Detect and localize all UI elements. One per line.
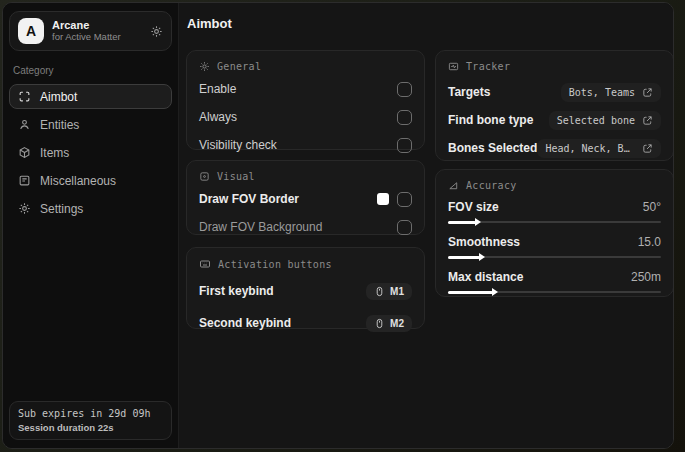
slider-thumb[interactable] bbox=[475, 218, 481, 226]
second-keybind-button[interactable]: M2 bbox=[366, 315, 412, 332]
sidebar-item-miscellaneous[interactable]: Miscellaneous bbox=[9, 168, 172, 193]
find-bone-type-dropdown[interactable]: Selected bone bbox=[549, 111, 661, 130]
setting-row-bones-selected: Bones Selected Head, Neck, Body, Pe.. bbox=[448, 136, 661, 160]
sub-expires-text: Sub expires in 29d 09h bbox=[18, 408, 163, 419]
gear-icon[interactable] bbox=[150, 25, 163, 38]
targets-dropdown[interactable]: Bots, Teams bbox=[561, 83, 661, 102]
angle-triangle-icon bbox=[448, 180, 459, 191]
slider-fill bbox=[448, 256, 480, 259]
crosshair-icon bbox=[18, 90, 31, 103]
keybind-value: M2 bbox=[390, 318, 404, 329]
max-distance-slider-group: Max distance 250m bbox=[448, 270, 661, 296]
panel-list-icon bbox=[18, 174, 31, 187]
setting-label: Find bone type bbox=[448, 113, 533, 127]
setting-row-targets: Targets Bots, Teams bbox=[448, 80, 661, 104]
category-nav: Aimbot Entities Items bbox=[9, 84, 172, 221]
always-checkbox[interactable] bbox=[397, 110, 412, 125]
brand-subtitle: for Active Matter bbox=[52, 32, 142, 43]
gear-icon bbox=[199, 61, 210, 72]
dropdown-value: Head, Neck, Body, Pe.. bbox=[545, 143, 635, 154]
sidebar-item-settings[interactable]: Settings bbox=[9, 196, 172, 221]
setting-label: Enable bbox=[199, 82, 236, 96]
setting-label: Targets bbox=[448, 85, 490, 99]
frame-icon bbox=[199, 171, 210, 182]
activation-buttons-card: Activation buttons First keybind M1 Seco… bbox=[186, 247, 425, 329]
slider-thumb[interactable] bbox=[479, 253, 485, 261]
setting-row-always: Always bbox=[199, 106, 412, 128]
sidebar-item-aimbot[interactable]: Aimbot bbox=[9, 84, 172, 109]
slider-value: 50° bbox=[643, 200, 661, 214]
main-content: Aimbot General Enable Always bbox=[179, 3, 673, 448]
card-title: Activation buttons bbox=[218, 259, 332, 270]
slider-thumb[interactable] bbox=[492, 288, 498, 296]
card-title: Tracker bbox=[466, 61, 510, 72]
first-keybind-button[interactable]: M1 bbox=[366, 283, 412, 300]
sidebar-item-label: Items bbox=[40, 146, 69, 160]
setting-row-visibility-check: Visibility check bbox=[199, 134, 412, 156]
smoothness-slider[interactable] bbox=[448, 253, 661, 261]
visibility-check-checkbox[interactable] bbox=[397, 138, 412, 153]
expand-icon bbox=[642, 115, 653, 126]
expand-icon bbox=[642, 143, 653, 154]
tracker-card-header: Tracker bbox=[448, 61, 661, 72]
brand-card: A Arcane for Active Matter bbox=[9, 11, 172, 51]
brand-name: Arcane bbox=[52, 19, 142, 32]
app-window: A Arcane for Active Matter Category bbox=[2, 2, 674, 449]
setting-row-first-keybind: First keybind M1 bbox=[199, 278, 412, 304]
fov-border-checkbox[interactable] bbox=[397, 192, 412, 207]
general-card: General Enable Always Visibility check bbox=[186, 50, 425, 150]
sidebar-item-label: Entities bbox=[40, 118, 79, 132]
accuracy-card: Accuracy FOV size 50° Smoothness 15.0 bbox=[435, 169, 674, 297]
dropdown-value: Selected bone bbox=[557, 115, 635, 126]
gear-icon bbox=[18, 202, 31, 215]
cube-icon bbox=[18, 146, 31, 159]
smoothness-slider-group: Smoothness 15.0 bbox=[448, 235, 661, 261]
enable-checkbox[interactable] bbox=[397, 82, 412, 97]
accuracy-card-header: Accuracy bbox=[448, 180, 661, 191]
fov-size-slider[interactable] bbox=[448, 218, 661, 226]
sidebar-item-label: Settings bbox=[40, 202, 83, 216]
general-card-header: General bbox=[199, 61, 412, 72]
slider-label: FOV size bbox=[448, 200, 499, 214]
sidebar-item-label: Miscellaneous bbox=[40, 174, 116, 188]
slider-label: Smoothness bbox=[448, 235, 520, 249]
fov-border-color-swatch[interactable] bbox=[377, 193, 389, 205]
bones-selected-dropdown[interactable]: Head, Neck, Body, Pe.. bbox=[537, 139, 661, 158]
max-distance-slider[interactable] bbox=[448, 288, 661, 296]
session-duration-text: Session duration 22s bbox=[18, 422, 163, 433]
mouse-icon bbox=[374, 318, 385, 329]
slider-fill bbox=[448, 291, 493, 294]
slider-header: Smoothness 15.0 bbox=[448, 235, 661, 249]
keybind-value: M1 bbox=[390, 286, 404, 297]
monitor-pulse-icon bbox=[448, 61, 459, 72]
page-title: Aimbot bbox=[187, 16, 232, 31]
fov-size-slider-group: FOV size 50° bbox=[448, 200, 661, 226]
person-icon bbox=[18, 118, 31, 131]
sidebar-item-entities[interactable]: Entities bbox=[9, 112, 172, 137]
sidebar-item-items[interactable]: Items bbox=[9, 140, 172, 165]
visual-card: Visual Draw FOV Border Draw FOV Backgrou… bbox=[186, 160, 425, 235]
setting-row-find-bone-type: Find bone type Selected bone bbox=[448, 108, 661, 132]
subscription-info-box: Sub expires in 29d 09h Session duration … bbox=[9, 401, 172, 440]
setting-row-fov-background: Draw FOV Background bbox=[199, 216, 412, 238]
slider-fill bbox=[448, 221, 476, 224]
visual-card-header: Visual bbox=[199, 171, 412, 182]
setting-row-enable: Enable bbox=[199, 78, 412, 100]
setting-label: Draw FOV Background bbox=[199, 220, 322, 234]
slider-label: Max distance bbox=[448, 270, 523, 284]
setting-label: Draw FOV Border bbox=[199, 192, 299, 206]
sidebar-item-label: Aimbot bbox=[40, 90, 77, 104]
card-title: Visual bbox=[217, 171, 255, 182]
card-title: Accuracy bbox=[466, 180, 517, 191]
setting-row-fov-border: Draw FOV Border bbox=[199, 188, 412, 210]
slider-header: Max distance 250m bbox=[448, 270, 661, 284]
card-title: General bbox=[217, 61, 261, 72]
setting-label: Visibility check bbox=[199, 138, 277, 152]
fov-background-checkbox[interactable] bbox=[397, 220, 412, 235]
setting-row-second-keybind: Second keybind M2 bbox=[199, 310, 412, 336]
mouse-icon bbox=[374, 286, 385, 297]
slider-value: 250m bbox=[631, 270, 661, 284]
setting-label: First keybind bbox=[199, 284, 274, 298]
brand-text: Arcane for Active Matter bbox=[52, 19, 142, 43]
slider-header: FOV size 50° bbox=[448, 200, 661, 214]
